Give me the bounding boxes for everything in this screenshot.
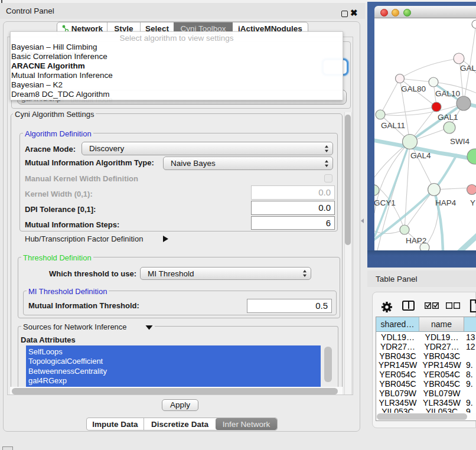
svg-text:Y: Y — [470, 198, 475, 207]
svg-text:GAL4: GAL4 — [410, 151, 431, 160]
svg-text:HAP4: HAP4 — [435, 198, 457, 207]
svg-text:SWI4: SWI4 — [450, 137, 470, 146]
svg-text:GAL11: GAL11 — [381, 121, 405, 130]
svg-text:GAL1: GAL1 — [438, 113, 458, 122]
svg-text:GCY1: GCY1 — [374, 198, 396, 207]
svg-text:GAL2: GAL2 — [460, 64, 476, 73]
svg-text:HAP2: HAP2 — [406, 236, 426, 245]
svg-text:GAL80: GAL80 — [401, 84, 426, 93]
svg-text:GAL10: GAL10 — [435, 89, 460, 98]
